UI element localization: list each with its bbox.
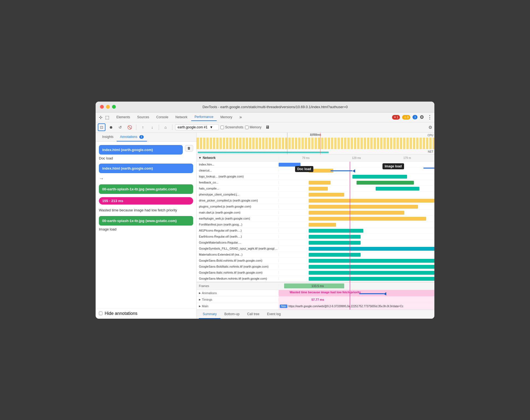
network-tracks-container[interactable]: Doc load Image load [197,162,434,310]
recording-select[interactable]: earth.google.com #1 ▼ [175,124,219,130]
track-bar-googlesans-bold [279,258,434,264]
window-title: DevTools - earth.google.com/static/multi… [120,105,430,109]
track-row-logo: logo_lookup... (earth.google.com) [197,174,434,180]
annotations-tab[interactable]: Annotations 4 [117,133,147,141]
animations-row: ▶ Animations Wasted time because image h… [197,290,434,297]
frames-time-1: 133.5 ms [311,284,324,288]
more-menu-icon[interactable]: ⋮ [427,114,432,120]
bar-materialext [309,253,361,257]
tab-sources[interactable]: Sources [134,114,152,121]
bar-all1picons [309,229,363,233]
track-label-logo: logo_lookup... (earth.google.com) [197,175,279,178]
track-row-plugins: plugins_compiled.js (earth.google.com) [197,204,434,210]
nav-badge: Nav [280,304,287,308]
frames-label: Frames [197,284,279,288]
tab-memory[interactable]: Memory [217,114,235,121]
upload-button[interactable]: ↑ [139,123,147,131]
sidebar-tab-bar: Insights Annotations 4 [96,133,196,142]
screenshots-checkbox[interactable] [220,126,224,129]
screenshots-toggle[interactable]: Screenshots [220,125,243,129]
memory-checkbox[interactable] [245,126,249,129]
insights-tab[interactable]: Insights [99,133,117,141]
performance-toolbar: ⊡ ⏺ ↺ 🚫 ↑ ↓ ⌂ earth.google.com #1 ▼ Scre… [96,122,434,133]
bar-googlesans-medium [309,277,434,281]
bar-googlesans-bold [309,259,434,263]
performance-settings-icon[interactable]: ⚙ [428,125,432,130]
track-label-earthicons: EarthIcons-Regular.otf (earth....) [197,235,279,238]
track-row-phenotype: phenotype_client_compiled.j... [197,192,434,198]
track-bar-earthplugin [279,216,434,221]
track-label-materialext: MaterialIcons-Extended.ttf (ea...) [197,253,279,256]
tab-elements[interactable]: Elements [113,114,133,121]
bar-googlesans-italic [309,271,434,275]
track-bar-drive [279,198,434,203]
tab-call-tree[interactable]: Call tree [243,310,263,319]
expand-animations-icon: ▶ [199,292,201,294]
minimize-button[interactable] [106,105,110,109]
bar-hats [309,187,328,191]
memory-toggle[interactable]: Memory [245,125,261,129]
download-button[interactable]: ↓ [148,123,156,131]
screenshots-label: Screenshots [225,125,243,129]
annotation-section-2: index.html (earth.google.com) → 00-earth… [99,164,193,194]
hide-annotations-checkbox[interactable] [99,312,102,315]
sub-time-2: 129 ms [352,156,361,159]
track-bar-googlematerial [279,240,434,246]
annotation-section-3: 155 - 213 ms Wasted time because image h… [99,197,193,213]
sidebar-content: index.html (earth.google.com) 🗑 Doc load… [96,142,196,308]
separator-3 [172,125,172,130]
bar-earthicons [309,235,361,239]
timeline-overview[interactable]: 879 ms 1,879 ms 2,879 ms 3,879 ms 4,879 … [197,133,434,155]
record-button[interactable]: ⏺ [107,123,115,131]
title-bar: DevTools - earth.google.com/static/multi… [96,102,434,113]
refresh-record-button[interactable]: ↺ [116,123,124,131]
device-icon[interactable]: ⬚ [104,114,110,121]
tab-console[interactable]: Console [153,114,172,121]
devtools-icons: ✕ 1 ⚠ 8 3 ⚙ ⋮ [392,114,432,120]
clear-button[interactable]: 🚫 [126,123,133,131]
cpu-icon: 🖥 [265,125,270,130]
memory-label: Memory [250,125,261,129]
maximize-button[interactable] [112,105,116,109]
tab-summary[interactable]: Summary [199,310,220,319]
hide-annotations-label: Hide annotations [105,311,137,316]
track-label-main-dart: main.dart.js (earth.google.com) [197,211,279,214]
annotation-card-index-html-1: index.html (earth.google.com) [99,145,183,155]
error-count-badge: ✕ 1 [392,115,400,120]
annotation-card-index-html-2: index.html (earth.google.com) [99,164,193,173]
track-row-hats: hats_compile... [197,186,434,192]
image-load-arrow [423,167,434,170]
vertical-marker-line [350,162,350,310]
inspector-icon[interactable]: ⊹ [98,114,104,121]
image-load-label: Image load [99,227,193,231]
track-label-phenotype: phenotype_client_compiled.j... [197,193,279,196]
time-marker-6: 5,8 [314,133,317,136]
wasted-time-desc: Wasted time because image had low fetch … [99,208,193,213]
track-bar-googlesans-italic [279,270,434,276]
track-label-fontmanifest: FontManifest.json (earth.goog...) [197,223,279,226]
tab-network[interactable]: Network [172,114,191,121]
tab-more[interactable]: » [236,113,245,121]
dropdown-arrow-icon: ▼ [210,125,213,129]
annotation-section-4: 00-earth-splash-1x-ltr.jpg (www.gstatic.… [99,216,193,231]
main-row: ▶ Main Nav https://earth.google.com/web/… [197,303,434,310]
sidebar-toggle-button[interactable]: ⊡ [98,123,105,131]
doc-load-arrow [331,169,355,173]
tab-bottom-up[interactable]: Bottom-up [220,310,243,319]
track-row-earthplugin: earthplugin_web.js (earth.google.com) [197,216,434,222]
settings-icon[interactable]: ⚙ [420,114,424,120]
track-row-main-dart: main.dart.js (earth.google.com) [197,210,434,216]
animations-label: ▶ Animations [197,291,279,295]
expand-main-icon: ▶ [199,305,201,307]
tab-performance[interactable]: Performance [191,113,217,121]
track-row-feedback: feedback_co... [197,180,434,186]
home-button[interactable]: ⌂ [162,123,169,131]
bar-logo [352,175,407,179]
delete-annotation-button-1[interactable]: 🗑 [185,145,193,152]
bar-feedback [309,181,331,185]
tab-event-log[interactable]: Event log [263,310,284,319]
bar-drive [309,199,434,203]
close-button[interactable] [100,105,104,109]
track-row-googlesans-bolditalic: GoogleSans-BoldItalic.nohints.ttf (earth… [197,264,434,270]
cpu-label: CPU [428,134,433,137]
